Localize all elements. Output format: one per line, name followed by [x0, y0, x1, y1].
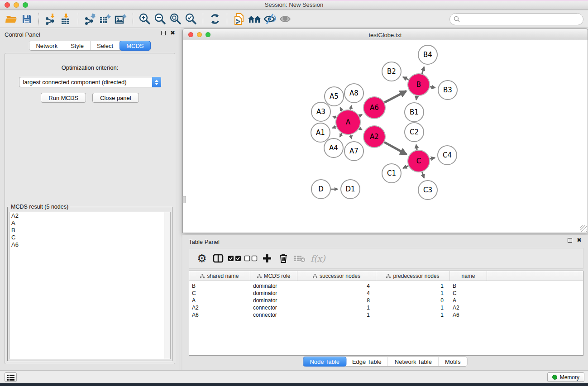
column-header-predecessor-nodes[interactable]: predecessor nodes: [376, 271, 450, 281]
zoom-in-icon[interactable]: [137, 12, 153, 26]
table-tab-edge-table[interactable]: Edge Table: [346, 357, 388, 366]
float-panel-icon[interactable]: [161, 31, 166, 35]
table-cell[interactable]: A6: [189, 312, 250, 318]
table-cell[interactable]: 4: [297, 290, 376, 296]
node-table[interactable]: shared nameMCDS rolesuccessor nodesprede…: [189, 271, 583, 356]
edge-A-A5[interactable]: [340, 108, 342, 111]
edge-A-A6[interactable]: [359, 114, 362, 116]
table-cell[interactable]: 1: [297, 305, 376, 311]
edge-B-B1[interactable]: [416, 96, 417, 100]
home-icon[interactable]: [247, 12, 262, 26]
table-cell[interactable]: B: [450, 283, 487, 289]
mcds-result-item[interactable]: A: [10, 219, 170, 227]
function-builder-icon[interactable]: f(x): [308, 253, 325, 263]
edge-A6-B[interactable]: [384, 91, 406, 102]
select-all-icon[interactable]: [226, 250, 243, 267]
zoom-out-icon[interactable]: [153, 12, 168, 26]
window-resize-grip[interactable]: [580, 225, 587, 232]
close-panel-button[interactable]: Close panel: [92, 93, 139, 103]
search-field[interactable]: [449, 13, 583, 25]
table-cell[interactable]: 1: [376, 283, 450, 289]
open-network-file-icon[interactable]: [231, 12, 247, 26]
edge-A-A1[interactable]: [332, 127, 336, 128]
memory-button[interactable]: Memory: [547, 372, 584, 382]
table-header-row[interactable]: shared nameMCDS rolesuccessor nodesprede…: [189, 271, 583, 281]
column-header-MCDS-role[interactable]: MCDS role: [250, 271, 297, 281]
table-cell[interactable]: 4: [297, 283, 376, 289]
close-panel-icon[interactable]: ✖: [170, 31, 175, 35]
column-header-successor-nodes[interactable]: successor nodes: [297, 271, 376, 281]
import-network-icon[interactable]: [43, 12, 58, 26]
result-scrollbar[interactable]: [164, 212, 170, 359]
table-tab-network-table[interactable]: Network Table: [388, 357, 439, 366]
table-cell[interactable]: 0: [376, 297, 450, 304]
show-column-icon[interactable]: [210, 250, 226, 267]
criterion-select[interactable]: largest connected component (directed): [19, 77, 161, 87]
table-row[interactable]: A2connector11A2: [189, 304, 583, 311]
table-cell[interactable]: connector: [250, 305, 297, 311]
panel-splitter-handle[interactable]: [182, 196, 186, 203]
edge-A-A4[interactable]: [340, 133, 342, 137]
table-cell[interactable]: dominator: [250, 283, 297, 289]
edge-B-B4[interactable]: [422, 67, 424, 74]
table-cell[interactable]: 1: [376, 305, 450, 311]
edge-A-A3[interactable]: [333, 116, 336, 118]
table-cell[interactable]: B: [189, 283, 250, 289]
delete-column-icon[interactable]: [275, 250, 292, 267]
table-settings-gear-icon[interactable]: ⚙: [194, 250, 210, 267]
table-cell[interactable]: 1: [376, 312, 450, 318]
tab-mcds[interactable]: MCDS: [120, 41, 150, 51]
network-canvas[interactable]: AA1A2A3A4A5A6A7A8BB1B2B3B4CC1C2C3C4DD1: [182, 40, 588, 233]
edge-A-A7[interactable]: [351, 134, 352, 138]
export-table-icon[interactable]: [98, 12, 113, 26]
table-row[interactable]: Adominator80A: [189, 297, 583, 304]
run-mcds-button[interactable]: Run MCDS: [41, 93, 86, 103]
table-row[interactable]: A6connector11A6: [189, 311, 583, 319]
table-cell[interactable]: A2: [450, 305, 487, 311]
table-cell[interactable]: dominator: [250, 290, 297, 296]
zoom-selected-icon[interactable]: [183, 12, 199, 26]
close-table-panel-icon[interactable]: ✖: [577, 238, 582, 243]
tab-select[interactable]: Select: [91, 41, 120, 50]
mcds-result-list[interactable]: A2ABCA6: [9, 212, 171, 359]
zoom-fit-icon[interactable]: [168, 12, 183, 26]
table-row[interactable]: Bdominator41B: [189, 282, 583, 290]
import-table-icon[interactable]: [58, 12, 74, 26]
edge-C-C1[interactable]: [403, 166, 409, 168]
show-birds-eye-icon[interactable]: [277, 12, 293, 26]
mcds-result-item[interactable]: A2: [10, 212, 170, 219]
edge-A2-C[interactable]: [384, 142, 406, 154]
table-cell[interactable]: A: [189, 297, 250, 304]
add-column-icon[interactable]: [259, 250, 275, 267]
table-cell[interactable]: A: [450, 297, 487, 304]
edge-B-B3[interactable]: [430, 87, 435, 88]
export-network-icon[interactable]: [82, 12, 98, 26]
table-cell[interactable]: C: [450, 290, 487, 296]
tab-style[interactable]: Style: [64, 41, 91, 50]
open-session-icon[interactable]: [4, 12, 19, 26]
edge-C-C4[interactable]: [430, 158, 435, 159]
column-header-shared-name[interactable]: shared name: [189, 271, 250, 281]
tab-network[interactable]: Network: [29, 41, 64, 50]
table-cell[interactable]: 8: [297, 297, 376, 304]
task-history-button[interactable]: [5, 372, 17, 382]
unselect-all-icon[interactable]: [243, 250, 259, 267]
mcds-result-item[interactable]: B: [10, 227, 170, 234]
float-table-panel-icon[interactable]: [568, 238, 572, 243]
table-tab-node-table[interactable]: Node Table: [303, 357, 346, 367]
edge-A-A2[interactable]: [359, 129, 362, 130]
table-cell[interactable]: A6: [450, 312, 487, 318]
table-cell[interactable]: connector: [250, 312, 297, 318]
save-session-icon[interactable]: [19, 12, 34, 26]
hide-graphics-details-icon[interactable]: [262, 12, 277, 26]
table-cell[interactable]: C: [189, 290, 250, 296]
table-cell[interactable]: A2: [189, 305, 250, 311]
table-tab-motifs[interactable]: Motifs: [439, 357, 467, 366]
edge-C-C3[interactable]: [422, 172, 424, 178]
mcds-result-item[interactable]: A6: [10, 241, 170, 248]
table-body[interactable]: Bdominator41BCdominator41CAdominator80AA…: [189, 281, 583, 319]
search-input[interactable]: [462, 16, 579, 23]
table-row[interactable]: Cdominator41C: [189, 290, 583, 297]
apply-layout-icon[interactable]: [207, 12, 223, 26]
delete-table-icon[interactable]: [292, 250, 308, 267]
